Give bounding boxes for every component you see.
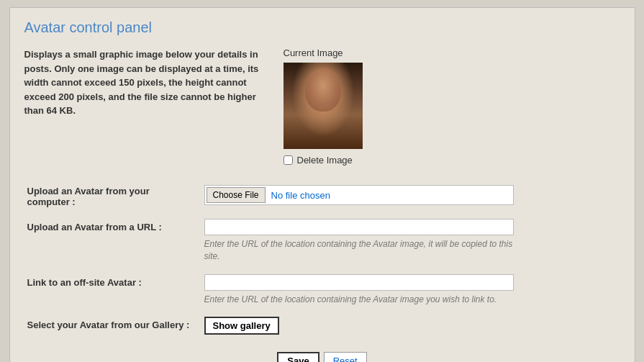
link-offsite-hint: Enter the URL of the location containing… [204,294,514,306]
link-offsite-label: Link to an off-site Avatar : [24,268,197,312]
current-image-area: Current Image Delete Image [284,47,620,166]
save-button[interactable]: Save [277,352,319,362]
link-offsite-input[interactable] [204,274,514,291]
upload-url-input-cell: Enter the URL of the location containing… [204,219,617,263]
upload-url-label: Upload an Avatar from a URL : [24,213,197,268]
choose-file-button[interactable]: Choose File [207,187,266,203]
file-input-wrapper: Choose File No file chosen [204,185,514,205]
current-image-label: Current Image [284,47,343,58]
reset-button[interactable]: Reset [324,352,367,362]
delete-image-checkbox[interactable] [284,155,293,165]
link-offsite-row: Link to an off-site Avatar : Enter the U… [24,268,620,312]
no-file-text: No file chosen [271,190,330,201]
upload-url-input[interactable] [204,219,514,235]
form-table: Upload an Avatar from your computer : Ch… [24,177,620,340]
avatar-image [284,63,363,149]
delete-image-row: Delete Image [284,155,353,166]
page-title: Avatar control panel [24,19,620,36]
upload-url-hint: Enter the URL of the location containing… [204,238,514,263]
link-offsite-input-cell: Enter the URL of the location containing… [204,274,617,306]
delete-image-label: Delete Image [297,155,353,166]
upload-computer-row: Upload an Avatar from your computer : Ch… [24,177,620,213]
gallery-row: Select your Avatar from our Gallery : Sh… [24,311,620,340]
show-gallery-button[interactable]: Show gallery [204,317,279,335]
description-text: Displays a small graphic image below you… [24,47,269,166]
gallery-label: Select your Avatar from our Gallery : [24,311,197,340]
top-content-area: Displays a small graphic image below you… [24,47,620,166]
button-row: Save Reset [24,352,620,362]
upload-computer-label: Upload an Avatar from your computer : [24,177,197,213]
avatar-control-panel: Avatar control panel Displays a small gr… [9,7,635,362]
upload-url-row: Upload an Avatar from a URL : Enter the … [24,213,620,268]
